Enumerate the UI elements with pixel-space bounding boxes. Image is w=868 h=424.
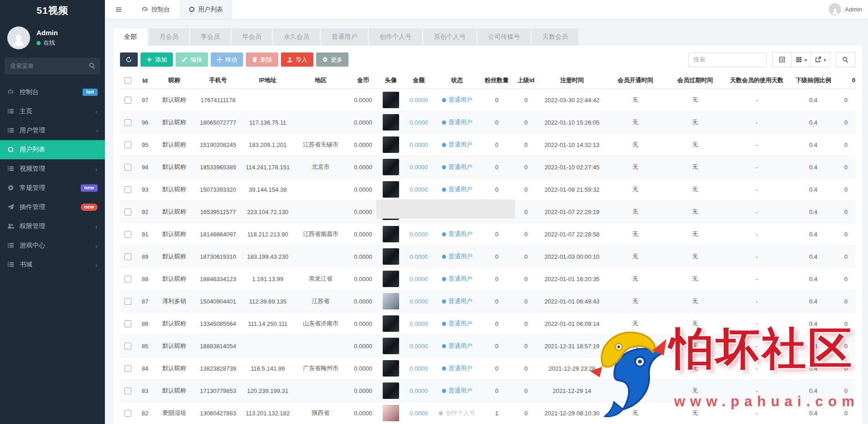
row-checkbox[interactable] [125,141,131,148]
more-button[interactable]: 更多 [316,52,348,67]
amount-link[interactable]: 0.0000 [404,156,434,178]
column-header[interactable]: 会员过期时间 [665,73,725,89]
amount-link[interactable]: 0.0000 [404,313,434,335]
filter-tab[interactable]: 原创个人号 [423,28,476,46]
amount-link[interactable]: 0.0000 [404,290,434,313]
sidebar-item[interactable]: 用户管理 [0,121,105,140]
amount-link[interactable]: 0.0000 [404,357,434,380]
user-avatar[interactable] [383,159,399,175]
topbar-user[interactable]: Admin [829,0,868,19]
column-header[interactable]: Id [135,73,155,89]
select-all-checkbox[interactable] [125,77,131,84]
user-avatar[interactable] [383,360,399,377]
column-header[interactable]: 下级抽佣比例 [789,73,838,89]
sidebar-search-input[interactable] [5,58,100,74]
column-header[interactable]: 天数会员的使用天数 [725,73,789,89]
topbar-tab[interactable]: 控制台 [132,0,179,19]
amount-link[interactable]: 0.0000 [404,246,434,268]
avatar[interactable] [7,26,30,49]
columns-button[interactable] [791,52,811,67]
row-checkbox[interactable] [125,119,131,126]
amount-link[interactable]: 0.0000 [404,223,434,246]
column-header[interactable]: 地区 [293,73,348,89]
column-header[interactable]: 金额 [404,73,434,89]
amount-link[interactable]: 0.0000 [404,335,434,357]
sidebar-item[interactable]: 主页 [0,102,105,121]
column-header[interactable]: 手机号 [194,73,242,89]
filter-tab[interactable]: 永久会员 [273,28,320,46]
menu-toggle-icon[interactable] [105,0,132,19]
column-header[interactable]: 粉丝数量 [480,73,513,89]
filter-tab[interactable]: 年会员 [232,28,272,46]
column-header[interactable]: 昵称 [155,73,194,89]
column-header[interactable]: 会员开通时间 [605,73,665,89]
column-header[interactable]: 0=停 [838,73,855,89]
column-header[interactable]: 状态 [434,73,480,89]
sidebar-item[interactable]: 常规管理 new [0,178,105,198]
filter-tab[interactable]: 公司传媒号 [478,28,530,46]
row-checkbox[interactable] [125,231,131,238]
export-button[interactable] [811,52,830,67]
row-checkbox[interactable] [125,209,131,215]
amount-link[interactable]: 0.0000 [404,402,434,424]
user-avatar[interactable] [383,248,399,265]
filter-tab[interactable]: 天数会员 [532,28,578,46]
sidebar-item[interactable]: 插件管理 new [0,198,105,217]
row-checkbox[interactable] [125,97,131,104]
move-button[interactable]: 移动 [211,52,243,67]
amount-link[interactable]: 0.0000 [404,111,434,134]
user-avatar[interactable] [383,181,399,198]
sidebar-item[interactable]: 用户列表 [0,140,105,159]
amount-link[interactable]: 0.0000 [404,380,434,402]
row-checkbox[interactable] [125,164,131,171]
user-avatar[interactable] [383,136,399,153]
refresh-button[interactable] [120,52,138,67]
user-avatar[interactable] [383,315,399,332]
column-header[interactable]: 注册时间 [539,73,605,89]
filter-tab[interactable]: 月会员 [149,28,189,46]
user-avatar[interactable] [383,114,399,131]
cell-parent-id: 0 [513,89,539,111]
filter-tab[interactable]: 普通用户 [321,28,368,46]
amount-link[interactable]: 0.0000 [404,178,434,201]
user-avatar[interactable] [383,293,399,309]
table-search-input[interactable] [688,52,767,67]
search-submit-button[interactable] [836,52,855,67]
row-checkbox[interactable] [125,320,131,327]
amount-link[interactable]: 0.0000 [404,268,434,290]
user-avatar[interactable] [383,338,399,354]
delete-button[interactable]: 删除 [246,52,278,67]
filter-tab[interactable]: 全部 [114,28,147,46]
row-checkbox[interactable] [125,276,131,283]
column-header[interactable]: 上级id [513,73,539,89]
amount-link[interactable]: 0.0000 [404,134,434,156]
sidebar-item[interactable]: 控制台 hot [0,83,105,102]
sidebar-item[interactable]: 游戏中心 [0,236,105,255]
row-checkbox[interactable] [125,253,131,260]
column-header[interactable]: IP地址 [242,73,293,89]
edit-button[interactable]: 编辑 [176,52,208,67]
filter-tab[interactable]: 季会员 [190,28,230,46]
user-avatar[interactable] [383,382,399,399]
column-header[interactable]: 头像 [378,73,404,89]
user-avatar[interactable] [383,92,399,108]
sidebar-item[interactable]: 权限管理 [0,217,105,236]
row-checkbox[interactable] [125,298,131,305]
user-avatar[interactable] [383,271,399,287]
row-checkbox[interactable] [125,186,131,193]
filter-tab[interactable]: 创作个人号 [369,28,422,46]
user-avatar[interactable] [383,405,399,421]
sidebar-item[interactable]: 视频管理 [0,159,105,178]
import-button[interactable]: 导入 [281,52,313,67]
amount-link[interactable]: 0.0000 [404,89,434,111]
row-checkbox[interactable] [125,387,131,394]
add-button[interactable]: 添加 [140,52,173,67]
row-checkbox[interactable] [125,410,131,417]
view-list-button[interactable] [772,52,792,67]
user-avatar[interactable] [383,226,399,242]
topbar-tab[interactable]: 用户列表 [179,0,232,19]
row-checkbox[interactable] [125,365,131,372]
column-header[interactable]: 金币 [348,73,378,89]
sidebar-item[interactable]: 书城 [0,255,105,274]
row-checkbox[interactable] [125,343,131,350]
